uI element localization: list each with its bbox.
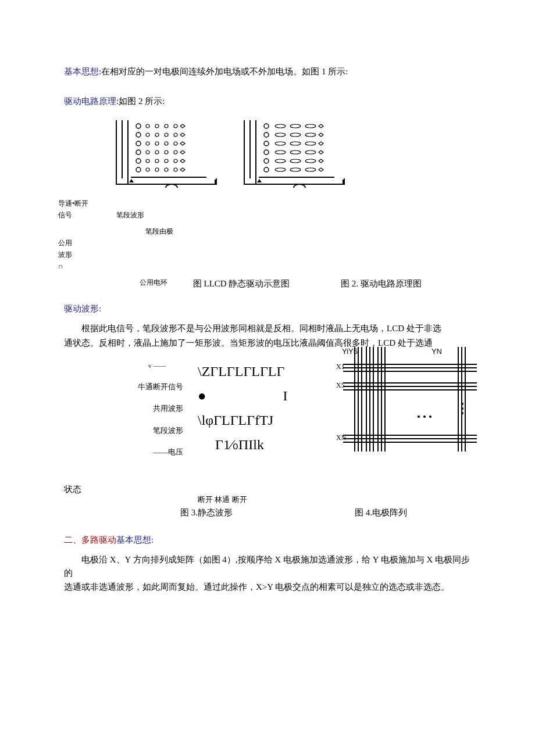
x1: X1 — [336, 363, 345, 371]
label-common-wave: 共用波形 — [131, 403, 183, 414]
below-labels-area: 导通•断开 信号 笔段波形 笔段由极 公用 波形 ∩ — [64, 198, 477, 274]
svg-point-80 — [429, 415, 431, 418]
svg-point-37 — [290, 124, 301, 128]
svg-point-40 — [290, 133, 301, 137]
svg-point-33 — [264, 150, 269, 155]
svg-point-35 — [264, 167, 269, 172]
svg-point-75 — [461, 403, 463, 405]
para-waveform-1: 根据此电信号，笔段波形不是与公用波形同相就是反相。同相时液晶上无电场，LCD 处… — [64, 322, 477, 335]
svg-point-7 — [155, 124, 159, 128]
label-circuit-principle: 驱动电路原理 — [64, 96, 116, 106]
label-onoff-signal: 牛通断开信号 — [131, 381, 183, 393]
label-multiplex-red: 二、多路驱动 — [64, 535, 116, 544]
svg-point-43 — [290, 142, 301, 145]
svg-point-38 — [305, 124, 316, 128]
svg-point-47 — [305, 151, 316, 154]
label-common-c: ∩ — [58, 261, 173, 271]
svg-point-50 — [305, 159, 316, 163]
figure-1-2-row — [110, 114, 477, 196]
svg-point-8 — [165, 124, 168, 128]
svg-point-46 — [290, 151, 301, 154]
caption-row-34: 图 3.静态波形 图 4.电极阵列 — [64, 506, 477, 519]
svg-point-45 — [275, 151, 286, 154]
svg-point-77 — [461, 412, 463, 414]
heading-multiplex: 二、多路驱动基本思想: — [64, 533, 477, 547]
svg-point-76 — [461, 407, 463, 410]
svg-point-0 — [136, 124, 141, 128]
svg-point-31 — [264, 132, 269, 137]
caption-row-12: 公用电环 图 LLCD 静态驱动示意图 图 2. 驱动电路原理图 — [64, 277, 477, 291]
caption-fig3: 图 3.静态波形 — [180, 506, 233, 519]
svg-point-44 — [305, 142, 316, 145]
svg-point-6 — [146, 124, 149, 128]
text-basic-idea: :在相对应的一对电极间连续外加电场或不外加电场。如图 1 所示: — [99, 67, 348, 76]
para-multiplex-2: 选通或非选通波形，如此周而复始。通过此操作，X>Y 电极交点的相素可以是独立的选… — [64, 581, 477, 594]
label-multiplex-blue: 基本思想: — [116, 535, 154, 544]
svg-point-30 — [264, 124, 269, 128]
label-common-b: 波形 — [58, 249, 173, 260]
svg-point-9 — [174, 124, 177, 128]
label-common-a: 公用 — [58, 238, 173, 248]
svg-point-52 — [290, 168, 301, 171]
svg-point-18 — [146, 151, 149, 154]
svg-point-14 — [146, 142, 149, 145]
label-segment-wave2: 笔段波形 — [131, 425, 183, 436]
labels-left-col: 导通•断开 信号 笔段波形 笔段由极 公用 波形 ∩ — [58, 198, 173, 273]
caption-fig4: 图 4.电极阵列 — [355, 506, 407, 519]
para-multiplex-1: 电极沿 X、Y 方向排列成矩阵（如图 4）,按顺序给 X 电极施加选通波形，给 … — [64, 553, 477, 579]
para-basic-idea: 基本思想:在相对应的一对电极间连续外加电场或不外加电场。如图 1 所示: — [64, 65, 477, 78]
svg-point-3 — [136, 150, 141, 155]
svg-point-42 — [275, 142, 286, 145]
svg-point-12 — [165, 133, 168, 137]
label-common-ring: 公用电环 — [140, 277, 167, 288]
svg-point-24 — [165, 159, 168, 163]
svg-point-15 — [155, 142, 159, 145]
svg-point-51 — [275, 168, 286, 171]
svg-point-10 — [146, 133, 149, 137]
svg-point-36 — [275, 124, 286, 128]
svg-point-22 — [146, 159, 149, 163]
label-basic-idea: 基本思想 — [64, 67, 99, 76]
svg-point-28 — [165, 168, 168, 171]
x5: X5 — [336, 381, 345, 389]
svg-point-11 — [155, 133, 159, 137]
svg-point-20 — [165, 151, 168, 154]
svg-point-23 — [155, 159, 159, 163]
svg-point-41 — [305, 133, 316, 137]
svg-point-2 — [136, 141, 141, 146]
sym-i: I — [283, 388, 288, 403]
label-state: 状态 — [64, 483, 81, 496]
svg-point-39 — [275, 133, 286, 137]
svg-point-19 — [155, 151, 159, 154]
break-label: 断开 林通 断开 — [198, 494, 477, 506]
xn: XN — [336, 433, 347, 442]
label-voltage: ——电压 — [131, 446, 183, 458]
svg-point-78 — [418, 415, 420, 418]
svg-point-17 — [174, 142, 177, 145]
svg-point-26 — [146, 168, 149, 171]
caption-fig1: 图 LLCD 静态驱动示意图 — [193, 279, 290, 288]
svg-point-13 — [174, 133, 177, 137]
figure-2-svg — [238, 114, 355, 196]
text-circuit-principle: :如图 2 所示: — [116, 96, 165, 106]
svg-point-16 — [165, 142, 168, 145]
dot: ● — [198, 388, 206, 403]
svg-point-25 — [174, 159, 177, 163]
fig3-left-labels: v —— 牛通断开信号 共用波形 笔段波形 ——电压 — [131, 361, 183, 468]
label-segment-wave: 笔段波形 — [116, 211, 144, 219]
heading-drive-waveform: 驱动波形: — [64, 302, 477, 316]
figure-4-svg: X1 X5 XN — [331, 347, 483, 457]
label-v: v —— — [131, 361, 183, 371]
para-circuit-principle: 驱动电路原理:如图 2 所示: — [64, 95, 477, 108]
svg-point-53 — [305, 168, 316, 171]
label-signal: 信号 — [58, 211, 72, 219]
svg-point-34 — [264, 159, 269, 163]
caption-fig2: 图 2. 驱动电路原理图 — [341, 279, 422, 288]
figure-3-4-block: YiY5 YN v —— 牛通断开信号 共用波形 笔段波形 ——电压 \ΖΓLΓ… — [64, 361, 477, 477]
svg-point-48 — [275, 159, 286, 163]
svg-point-49 — [290, 159, 301, 163]
svg-point-32 — [264, 141, 269, 146]
svg-point-29 — [174, 168, 177, 171]
label-on-off: 导通•断开 — [58, 198, 173, 209]
svg-point-27 — [155, 168, 159, 171]
